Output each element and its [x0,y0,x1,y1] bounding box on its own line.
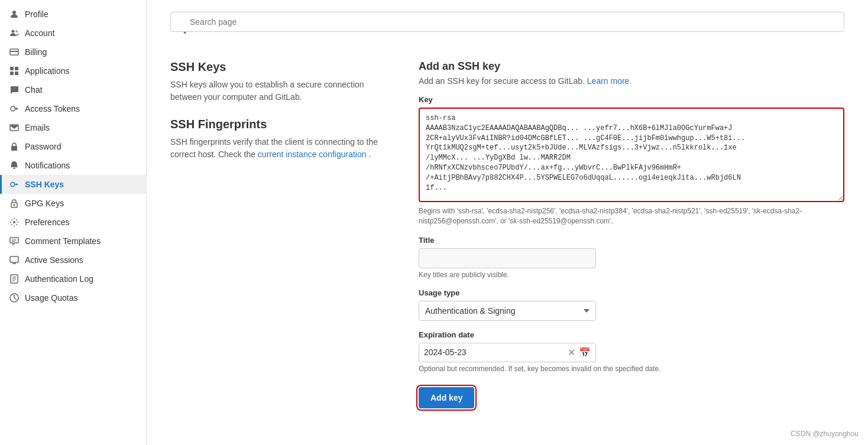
grid-icon [9,66,19,76]
lock-icon [9,142,19,151]
sidebar-item-comment-templates[interactable]: Comment Templates [0,232,146,251]
svg-point-1 [12,30,15,33]
date-icons: ✕ 📅 [568,347,591,358]
sidebar-item-account[interactable]: Account [0,24,146,43]
ssh-keys-description: SSH keys allow you to establish a secure… [170,79,395,103]
right-panel: Add an SSH key Add an SSH key for secure… [419,60,844,408]
chart-icon [9,293,19,303]
add-ssh-key-description: Add an SSH key for secure access to GitL… [419,76,844,86]
key-form-group: Key ssh-rsa AAAAB3NzaC1yc2EAAAADAQABAABA… [419,95,844,226]
usage-type-select[interactable]: Authentication & Signing Authentication … [419,301,596,321]
learn-more-link[interactable]: Learn more. [587,76,631,86]
watermark: CSDN @zhuyonghou [791,430,859,438]
svg-rect-4 [10,51,18,52]
sidebar-item-billing[interactable]: Billing [0,43,146,61]
svg-rect-6 [15,67,18,70]
title-input[interactable] [419,248,596,268]
title-hint: Key titles are publicly visible. [419,271,844,279]
ssh-fingerprints-description: SSH fingerprints verify that the client … [170,136,395,161]
expiration-label: Expiration date [419,330,844,339]
svg-rect-18 [10,256,18,262]
sidebar-item-ssh-keys[interactable]: SSH Keys [0,175,146,194]
sidebar-item-active-sessions[interactable]: Active Sessions [0,251,146,269]
svg-rect-5 [10,67,14,70]
svg-point-2 [15,30,18,33]
person-icon [9,9,19,19]
svg-point-15 [13,221,15,223]
sidebar-item-profile[interactable]: Profile [0,5,146,24]
title-label: Title [419,236,844,245]
gpg-icon [9,199,19,208]
svg-rect-7 [10,72,14,75]
sidebar-item-notifications[interactable]: Notifications [0,156,146,175]
current-instance-config-link[interactable]: current instance configuration [258,150,367,159]
sidebar-item-preferences[interactable]: Preferences [0,213,146,232]
svg-point-9 [11,106,15,111]
svg-rect-11 [11,146,17,151]
svg-rect-8 [15,72,18,75]
ssh-fingerprints-title: SSH Fingerprints [170,118,395,131]
bell-icon [9,161,19,170]
sidebar-item-access-tokens[interactable]: Access Tokens [0,99,146,118]
sidebar-item-gpg-keys[interactable]: GPG Keys [0,194,146,213]
svg-point-12 [11,183,15,187]
sidebar-item-applications[interactable]: Applications [0,61,146,80]
svg-point-0 [12,11,16,14]
date-input-wrapper: ✕ 📅 [419,343,596,362]
chat-icon [9,85,19,95]
search-wrapper: 🔍 [170,12,844,46]
sidebar-item-emails[interactable]: Emails [0,118,146,137]
key-textarea[interactable]: ssh-rsa AAAAB3NzaC1yc2EAAAADAQABAABAgQDB… [419,108,844,202]
left-panel: SSH Keys SSH keys allow you to establish… [170,60,395,408]
key-label: Key [419,95,844,104]
main-content: 🔍 SSH Keys SSH keys allow you to establi… [147,0,868,445]
billing-icon [9,47,19,57]
sidebar-item-chat[interactable]: Chat [0,80,146,99]
search-input[interactable] [170,12,844,32]
sidebar-item-usage-quotas[interactable]: Usage Quotas [0,288,146,307]
calendar-icon[interactable]: 📅 [579,347,591,358]
ssh-key-icon [9,180,19,189]
usage-type-label: Usage type [419,288,844,297]
key-hint: Begins with 'ssh-rsa', 'ecdsa-sha2-nistp… [419,206,844,226]
add-key-button[interactable]: Add key [419,387,474,408]
ssh-keys-title: SSH Keys [170,60,395,74]
prefs-icon [9,217,19,227]
sidebar: Profile Account Billing Applications Cha… [0,0,147,445]
email-icon [9,123,19,132]
comment-icon [9,236,19,246]
users-icon [9,28,19,38]
usage-type-form-group: Usage type Authentication & Signing Auth… [419,288,844,321]
key-icon [9,104,19,113]
expiration-date-input[interactable] [424,347,568,357]
svg-point-14 [14,204,15,206]
expiration-form-group: Expiration date ✕ 📅 Optional but recomme… [419,330,844,373]
sidebar-item-authentication-log[interactable]: Authentication Log [0,269,146,288]
add-ssh-key-title: Add an SSH key [419,60,844,73]
sidebar-item-password[interactable]: Password [0,137,146,156]
log-icon [9,274,19,284]
sessions-icon [9,255,19,265]
expiration-hint: Optional but recommended. If set, key be… [419,365,844,373]
title-form-group: Title Key titles are publicly visible. [419,236,844,279]
clear-date-icon[interactable]: ✕ [568,347,575,358]
content-layout: SSH Keys SSH keys allow you to establish… [170,60,844,408]
